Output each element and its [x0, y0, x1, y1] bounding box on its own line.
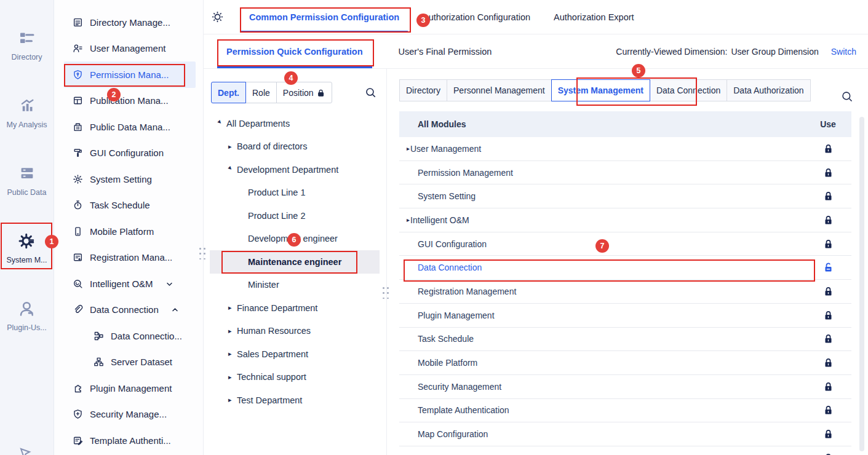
menu-item-directory-manage[interactable]: Directory Manage... [64, 9, 196, 36]
lock-locked-icon[interactable] [824, 191, 833, 201]
tree-item-sales-department[interactable]: ▸Sales Department [210, 342, 380, 366]
module-row-mobile-platform[interactable]: Mobile Platform [399, 351, 851, 375]
lock-locked-icon[interactable] [824, 144, 833, 154]
tab-authorization-configuration[interactable]: Authorization Configuration [414, 0, 539, 34]
menu-item-permission-mana[interactable]: Permission Mana... [64, 61, 196, 88]
module-tab-personnel-management[interactable]: Personnel Management [447, 79, 552, 101]
tree-item-product-line-2[interactable]: Product Line 2 [210, 204, 380, 228]
menu-item-data-connectio[interactable]: Data Connectio... [64, 323, 196, 349]
tree-expand-arrow-icon[interactable]: ▸ [228, 350, 237, 358]
module-search-icon[interactable] [841, 90, 853, 103]
group-tab-role[interactable]: Role [245, 82, 277, 103]
subtab-permission-quick-configuration[interactable]: Permission Quick Configuration [217, 34, 372, 68]
tree-item-human-resources[interactable]: ▸Human Resources [210, 320, 380, 343]
module-row-intelligent-o-m[interactable]: ▸Intelligent O&M [399, 208, 851, 232]
use-cell[interactable] [805, 358, 851, 368]
module-row-map-configuration[interactable]: Map Configuration [399, 422, 851, 446]
module-row-system-setting[interactable]: System Setting [399, 184, 851, 208]
menu-item-server-dataset[interactable]: Server Dataset [64, 349, 196, 376]
sidebar-item-my-analysis[interactable]: My Analysis [0, 79, 54, 146]
module-tab-data-authorization[interactable]: Data Authorization [727, 79, 810, 101]
lock-unlocked-icon[interactable] [824, 263, 833, 272]
splitter-handle-left[interactable] [199, 248, 205, 261]
use-cell[interactable] [805, 144, 851, 154]
lock-locked-icon[interactable] [824, 429, 833, 439]
lock-locked-icon[interactable] [824, 311, 833, 320]
row-expand-arrow-icon[interactable]: ▸ [399, 216, 410, 223]
sidebar-item-plugin-us[interactable]: Plugin-Us... [0, 282, 54, 349]
use-cell[interactable] [805, 263, 851, 272]
menu-item-task-schedule[interactable]: Task Schedule [64, 192, 196, 219]
module-row-permission-management[interactable]: Permission Management [399, 161, 851, 185]
lock-locked-icon[interactable] [824, 215, 833, 225]
module-tab-data-connection[interactable]: Data Connection [650, 79, 727, 101]
sidebar-item-public-data[interactable]: Public Data [0, 146, 54, 214]
menu-item-registration-mana[interactable]: Registration Mana... [64, 245, 196, 271]
chevron-down-icon[interactable] [165, 280, 173, 288]
use-cell[interactable] [805, 405, 851, 415]
tree-item-test-department[interactable]: ▸Test Department [210, 389, 380, 412]
tree-expand-arrow-icon[interactable]: ▸ [228, 327, 237, 335]
lock-locked-icon[interactable] [824, 334, 833, 344]
module-row-security-management[interactable]: Security Management [399, 375, 851, 399]
module-row-gui-configuration[interactable]: GUI Configuration [399, 232, 851, 256]
lock-locked-icon[interactable] [824, 287, 833, 296]
splitter-handle-right[interactable] [383, 287, 389, 301]
tab-authorization-export[interactable]: Authorization Export [545, 0, 643, 34]
tree-item-development-department[interactable]: ▸Development Department [210, 158, 380, 181]
dimension-switch-link[interactable]: Switch [831, 47, 856, 57]
scrollbar[interactable] [859, 117, 864, 451]
use-cell[interactable] [805, 287, 851, 296]
use-cell[interactable] [805, 311, 851, 320]
row-expand-arrow-icon[interactable]: ▸ [399, 145, 410, 152]
menu-item-gui-configuration[interactable]: GUI Configuration [64, 140, 196, 167]
module-row-plugin-management[interactable]: Plugin Management [399, 304, 851, 328]
group-tab-dept[interactable]: Dept. [211, 82, 246, 103]
module-tab-directory[interactable]: Directory [399, 79, 447, 101]
settings-gear-icon[interactable] [211, 10, 224, 23]
lock-locked-icon[interactable] [824, 358, 833, 368]
module-row-data-connection[interactable]: Data Connection [399, 256, 851, 280]
tree-expand-arrow-icon[interactable]: ▸ [228, 143, 237, 151]
tree-item-all-departments[interactable]: ▸All Departments [210, 112, 380, 135]
tree-expand-arrow-icon[interactable]: ▸ [228, 304, 237, 312]
module-row-partial[interactable] [399, 446, 851, 455]
use-cell[interactable] [805, 215, 851, 225]
sidebar-item-directory[interactable]: Directory [0, 11, 54, 79]
tree-item-board-of-directors[interactable]: ▸Board of directors [210, 135, 380, 159]
module-row-task-schedule[interactable]: Task Schedule [399, 328, 851, 352]
use-cell[interactable] [805, 239, 851, 249]
subtab-user-s-final-permission[interactable]: User's Final Permission [389, 34, 501, 68]
menu-item-user-management[interactable]: User Management [64, 36, 196, 62]
tree-item-development-engineer[interactable]: Development engineer [210, 228, 380, 251]
chevron-up-icon[interactable] [171, 306, 179, 314]
menu-item-data-connection[interactable]: Data Connection [64, 297, 196, 323]
menu-item-template-authenti[interactable]: Template Authenti... [64, 427, 196, 454]
use-cell[interactable] [805, 168, 851, 178]
tree-item-maintenance-engineer[interactable]: Maintenance engineer [210, 250, 380, 274]
tree-item-minister[interactable]: Minister [210, 274, 380, 297]
menu-item-system-setting[interactable]: System Setting [64, 166, 196, 192]
tree-search-icon[interactable] [365, 87, 376, 98]
lock-locked-icon[interactable] [824, 405, 833, 415]
tree-item-product-line-1[interactable]: Product Line 1 [210, 181, 380, 205]
tree-expand-arrow-icon[interactable]: ▸ [228, 373, 237, 381]
group-tab-position[interactable]: Position [276, 82, 332, 103]
use-cell[interactable] [805, 429, 851, 439]
lock-locked-icon[interactable] [824, 382, 833, 392]
menu-item-security-manage[interactable]: Security Manage... [64, 402, 196, 428]
use-cell[interactable] [805, 334, 851, 344]
menu-item-public-data-mana[interactable]: Public Data Mana... [64, 114, 196, 140]
tree-item-technical-support[interactable]: ▸Technical support [210, 366, 380, 389]
module-tab-system-management[interactable]: System Management [551, 79, 650, 101]
menu-item-mobile-platform[interactable]: Mobile Platform [64, 218, 196, 245]
module-row-registration-management[interactable]: Registration Management [399, 280, 851, 304]
menu-item-plugin-management[interactable]: Plugin Management [64, 375, 196, 402]
lock-locked-icon[interactable] [824, 168, 833, 178]
tree-item-finance-department[interactable]: ▸Finance Department [210, 296, 380, 320]
module-row-user-management[interactable]: ▸User Management [399, 137, 851, 161]
module-row-template-authentication[interactable]: Template Authentication [399, 399, 851, 423]
lock-locked-icon[interactable] [824, 239, 833, 249]
menu-item-publication-mana[interactable]: Publication Mana... [64, 88, 196, 114]
use-cell[interactable] [805, 191, 851, 201]
